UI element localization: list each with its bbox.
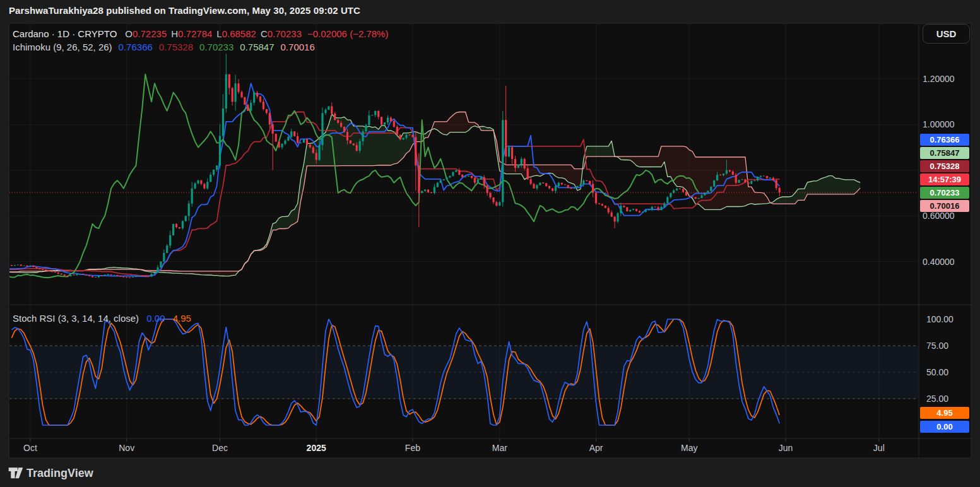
time-axis-label-2025[interactable]: 2025 [297, 443, 335, 453]
high-value: 0.72784 [178, 28, 212, 39]
price-badge: 0.76366 [920, 134, 969, 146]
stoch-rsi-legend[interactable]: Stoch RSI (3, 3, 14, 14, close) 0.00 4.9… [13, 313, 191, 324]
time-axis-label-nov[interactable]: Nov [108, 443, 146, 453]
time-axis-label-oct[interactable]: Oct [11, 443, 49, 453]
close-value: 0.70233 [268, 28, 302, 39]
open-label: O [125, 28, 133, 39]
price-badge: 0.75847 [920, 147, 969, 159]
time-axis-label-apr[interactable]: Apr [577, 443, 615, 453]
ichimoku-value: 0.76366 [119, 42, 153, 52]
tradingview-snapshot: ParshwaTurakhiya28 published on TradingV… [0, 0, 980, 487]
low-value: 0.68582 [222, 28, 256, 39]
price-tick-label: 0.40000 [923, 257, 968, 267]
price-tick-label: 1.20000 [923, 74, 968, 84]
price-badge: 0.70016 [920, 200, 969, 212]
stoch-tick-label: 50.00 [926, 367, 968, 377]
time-axis-label-jul[interactable]: Jul [860, 443, 898, 453]
stoch-badge: 0.00 [920, 421, 969, 433]
stoch-rsi-name[interactable]: Stoch RSI (3, 3, 14, 14, close) [13, 313, 139, 324]
time-axis-label-may[interactable]: May [670, 443, 708, 453]
high-label: H [171, 28, 178, 39]
ichimoku-values: 0.763660.753280.702330.758470.70016 [112, 42, 315, 52]
chart-canvas[interactable] [0, 0, 980, 487]
ichimoku-value: 0.75328 [159, 42, 193, 52]
stoch-tick-label: 100.00 [926, 314, 968, 324]
symbol-title[interactable]: Cardano · 1D · CRYPTO [13, 28, 117, 39]
close-label: C [261, 28, 268, 39]
price-tick-label: 0.60000 [923, 211, 968, 221]
time-axis-label-mar[interactable]: Mar [481, 443, 519, 453]
ichimoku-value: 0.75847 [240, 42, 274, 52]
low-label: L [216, 28, 221, 39]
ichimoku-name[interactable]: Ichimoku (9, 26, 52, 26) [13, 42, 112, 52]
chart-svg[interactable] [0, 0, 980, 487]
time-axis-label-feb[interactable]: Feb [394, 443, 432, 453]
stoch-k-value: 0.00 [146, 313, 165, 324]
time-axis-label-dec[interactable]: Dec [201, 443, 239, 453]
tradingview-logo-text[interactable]: TradingView [27, 467, 93, 480]
ichimoku-value: 0.70016 [281, 42, 315, 52]
price-badge: 0.70233 [920, 187, 969, 199]
stoch-badge: 4.95 [920, 407, 969, 419]
price-tick-label: 1.00000 [923, 119, 968, 129]
symbol-legend[interactable]: Cardano · 1D · CRYPTOO0.72235H0.72784L0.… [13, 28, 388, 39]
ichimoku-value: 0.70233 [199, 42, 233, 52]
price-badge: 14:57:39 [920, 173, 969, 185]
stoch-d-value: 4.95 [173, 313, 191, 324]
stoch-tick-label: 75.00 [926, 341, 968, 351]
currency-button[interactable]: USD [923, 24, 970, 44]
stoch-tick-label: 25.00 [926, 394, 968, 404]
open-value: 0.72235 [133, 28, 167, 39]
ichimoku-legend[interactable]: Ichimoku (9, 26, 52, 26)0.763660.753280.… [13, 42, 315, 52]
change-value: −0.02006 (−2.78%) [307, 28, 388, 39]
price-badge: 0.75328 [920, 160, 969, 172]
tradingview-logo-icon[interactable] [8, 466, 23, 481]
time-axis-label-jun[interactable]: Jun [767, 443, 805, 453]
